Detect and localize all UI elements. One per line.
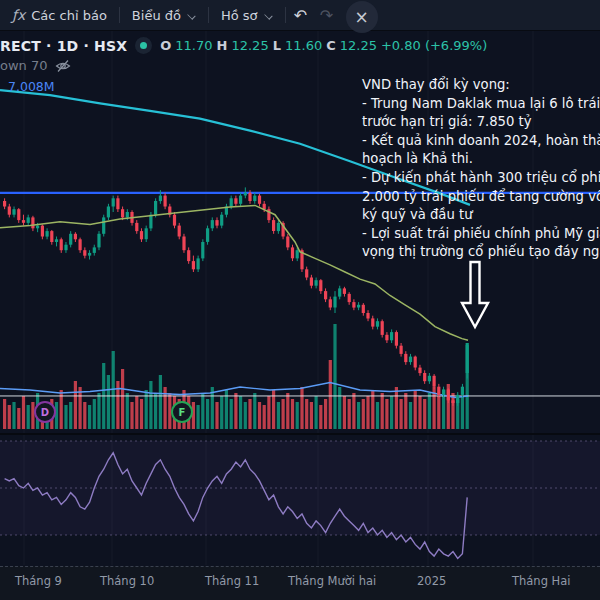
candle-body bbox=[60, 239, 63, 250]
candle-body bbox=[381, 321, 384, 335]
candle-body bbox=[178, 226, 181, 237]
indicators-button[interactable]: ƒx Các chỉ báo bbox=[0, 0, 117, 30]
candle-body bbox=[428, 376, 431, 382]
volume-bar bbox=[329, 360, 332, 429]
candle-body bbox=[3, 201, 6, 207]
open-label: O bbox=[160, 38, 171, 53]
candle-body bbox=[154, 201, 157, 215]
volume-bar bbox=[352, 393, 355, 429]
candle-body bbox=[272, 220, 275, 231]
candle-body bbox=[371, 318, 374, 326]
indicators-label: Các chỉ báo bbox=[31, 8, 107, 23]
volume-bar bbox=[343, 396, 346, 429]
candle-body bbox=[159, 196, 162, 202]
candle-body bbox=[220, 215, 223, 226]
candle-body bbox=[55, 239, 58, 242]
candle-body bbox=[433, 376, 436, 387]
high-label: H bbox=[217, 38, 228, 53]
volume-bar bbox=[121, 369, 124, 429]
close-value: 12.25 bbox=[340, 38, 377, 53]
volume-bar bbox=[239, 396, 242, 429]
annotation-note[interactable]: VND thay đổi kỳ vọng:- Trung Nam Daklak … bbox=[362, 76, 600, 262]
open-value: 11.70 bbox=[175, 38, 212, 53]
candle-body bbox=[466, 343, 469, 373]
candle-body bbox=[64, 245, 67, 251]
volume-bar bbox=[258, 402, 261, 429]
chart-menu-label: Biểu đồ bbox=[132, 8, 181, 23]
chart-menu-button[interactable]: Biểu đồ bbox=[122, 0, 206, 30]
volume-bar bbox=[135, 396, 138, 429]
market-status-dot[interactable] bbox=[135, 37, 152, 54]
candle-body bbox=[126, 212, 129, 218]
candle-body bbox=[291, 247, 294, 258]
candle-body bbox=[197, 258, 200, 269]
candle-body bbox=[17, 209, 20, 220]
volume-bar bbox=[305, 399, 308, 429]
candle-body bbox=[27, 217, 30, 223]
volume-ma-label: 7.008M bbox=[8, 79, 55, 94]
candle-body bbox=[112, 198, 115, 206]
volume-bar bbox=[362, 399, 365, 429]
candle-body bbox=[418, 368, 421, 374]
volume-bar bbox=[64, 405, 67, 429]
volume-bar bbox=[27, 405, 30, 429]
candle-body bbox=[31, 217, 34, 228]
low-label: L bbox=[273, 38, 281, 53]
candle-body bbox=[333, 297, 336, 308]
volume-bar bbox=[8, 405, 11, 429]
candle-body bbox=[46, 231, 49, 237]
volume-bar bbox=[112, 351, 115, 429]
candle-body bbox=[395, 332, 398, 346]
time-axis-label: Tháng 11 bbox=[205, 574, 259, 588]
undo-button[interactable]: ↶ bbox=[288, 0, 314, 30]
candle-body bbox=[149, 215, 152, 229]
candle-body bbox=[74, 234, 77, 240]
candle-body bbox=[362, 305, 365, 313]
candle-body bbox=[324, 291, 327, 299]
volume-bar bbox=[461, 396, 464, 429]
redo-button[interactable]: ↷ bbox=[314, 0, 340, 30]
symbol-title[interactable]: RECT · 1D · HSX bbox=[0, 38, 127, 54]
candle-body bbox=[97, 234, 100, 248]
volume-bar bbox=[300, 387, 303, 429]
symbol-legend: RECT · 1D · HSX O11.70 H12.25 L11.60 C12… bbox=[0, 37, 487, 54]
candle-body bbox=[404, 354, 407, 362]
close-label: C bbox=[326, 38, 336, 53]
volume-bar bbox=[418, 396, 421, 429]
time-axis[interactable]: Tháng 9Tháng 10Tháng 11Tháng Mười hai202… bbox=[0, 566, 600, 600]
profile-menu-label: Hồ sơ bbox=[221, 8, 258, 23]
time-axis-label: Tháng Hai bbox=[512, 574, 571, 588]
volume-bar bbox=[296, 402, 299, 429]
volume-bar bbox=[348, 399, 351, 429]
candle-body bbox=[277, 223, 280, 231]
volume-bar bbox=[376, 402, 379, 429]
change-value: +0.80 (+6.99%) bbox=[381, 38, 487, 53]
candle-body bbox=[41, 226, 44, 237]
candle-body bbox=[319, 280, 322, 291]
volume-bar bbox=[404, 393, 407, 429]
event-marker-label: D bbox=[41, 407, 49, 418]
volume-bar bbox=[69, 402, 72, 429]
indicator-title[interactable]: own 70 bbox=[0, 58, 48, 73]
eye-off-icon[interactable] bbox=[55, 59, 71, 73]
candle-body bbox=[121, 209, 124, 217]
toolbar-divider bbox=[119, 7, 120, 23]
candle-body bbox=[352, 302, 355, 308]
annotation-line: 2.000 tỷ trái phiếu để tang cường vốn ch… bbox=[362, 188, 600, 207]
candle-body bbox=[22, 220, 25, 223]
close-button[interactable]: × bbox=[346, 1, 378, 33]
candle-body bbox=[258, 196, 261, 204]
profile-menu-button[interactable]: Hồ sơ bbox=[211, 0, 283, 30]
volume-bar bbox=[168, 393, 171, 429]
annotation-line: - Kết quả kinh doanh 2024, hoàn thành kế bbox=[362, 132, 600, 151]
candle-body bbox=[145, 228, 148, 239]
fx-icon: ƒx bbox=[12, 7, 25, 23]
volume-bar bbox=[3, 399, 6, 429]
candle-body bbox=[348, 294, 351, 302]
volume-bar bbox=[97, 393, 100, 429]
volume-bar bbox=[423, 399, 426, 429]
high-value: 12.25 bbox=[231, 38, 268, 53]
volume-bar bbox=[366, 396, 369, 429]
event-marker-label: F bbox=[179, 407, 186, 418]
trading-chart-app: DF ƒx Các chỉ báo Biểu đồ Hồ sơ ↶ ↷ × RE… bbox=[0, 0, 600, 600]
